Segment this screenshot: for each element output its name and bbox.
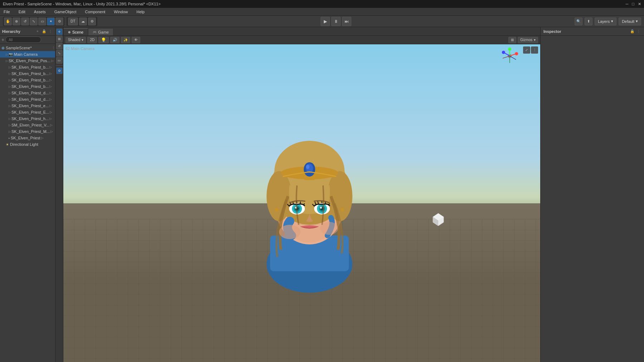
inspector-title: Inspector (543, 29, 561, 34)
hierarchy-panel: Hierarchy + 🔒 ⋮ + ⊕ SampleScene* ⋮ ▷ 📷 M… (0, 27, 55, 362)
hierarchy-add-btn[interactable]: + (35, 29, 40, 34)
scene-tool-5[interactable]: ▭ (56, 57, 63, 64)
vp-menu-btn[interactable]: ⋮ (531, 46, 538, 54)
minimize-btn[interactable]: ─ (626, 2, 629, 6)
scene-gizmo[interactable] (501, 47, 519, 66)
scene-tool-2[interactable]: ⊞ (56, 36, 63, 42)
custom-tool-btn[interactable]: ⚙ (55, 18, 63, 25)
main-layout: Hierarchy + 🔒 ⋮ + ⊕ SampleScene* ⋮ ▷ 📷 M… (0, 27, 644, 362)
hierarchy-item[interactable]: ▷ SK_Elven_Priest_d... ▷ (0, 90, 55, 96)
tab-game[interactable]: 🎮 Game (88, 28, 113, 35)
svg-point-28 (320, 207, 322, 209)
transform-gizmo-btn[interactable]: ✦ (47, 18, 55, 25)
menu-help[interactable]: Help (134, 9, 147, 15)
menu-window[interactable]: Window (112, 9, 130, 15)
svg-point-29 (275, 208, 278, 212)
hierarchy-item[interactable]: ▷ SM_Elven_Priest_V... ▷ (0, 122, 55, 128)
title-bar: Elven Priest - SampleScene - Windows, Ma… (0, 0, 644, 8)
transform-tools: ✋ ⊕ ↺ ⤡ ▭ ✦ ⚙ (3, 17, 64, 26)
hierarchy-search-input[interactable] (5, 36, 41, 43)
main-toolbar: ✋ ⊕ ↺ ⤡ ▭ ✦ ⚙ DT ☁ ⚙ ▶ ⏸ ⏭ 🔍 ⬆ Layers ▾ (0, 16, 644, 27)
default-dropdown[interactable]: Default ▾ (619, 18, 641, 25)
close-btn[interactable]: ✕ (638, 2, 641, 6)
hierarchy-item[interactable]: ▷ SK_Elven_Priest_e... ▷ (0, 103, 55, 109)
render-mode-dropdown[interactable]: Shaded ▾ (65, 37, 86, 43)
2d-toggle-btn[interactable]: 2D (87, 37, 97, 43)
hierarchy-item[interactable]: ▷ SK_Elven_Priest_h... ▷ (0, 115, 55, 122)
scene-tool-4[interactable]: ⤡ (56, 50, 63, 56)
hierarchy-add-icon[interactable]: + (1, 37, 4, 43)
scene-tool-select[interactable]: ✛ (56, 29, 63, 35)
inspector-panel: Inspector 🔒 ⋮ (540, 27, 644, 362)
hierarchy-item[interactable]: ▷ SK_Elven_Priest_b... ▷ (0, 77, 55, 83)
tab-scene[interactable]: ⊕ Scene (63, 28, 88, 35)
svg-point-40 (508, 48, 511, 51)
camera-label: 62 Main Camera (65, 46, 94, 51)
rotate-tool-btn[interactable]: ↺ (21, 18, 29, 25)
hierarchy-header: Hierarchy + 🔒 ⋮ (0, 27, 55, 36)
gizmos-dropdown[interactable]: Gizmos ▾ (518, 37, 538, 43)
cloud-btn[interactable]: ☁ (79, 18, 87, 25)
svg-point-14 (306, 165, 309, 169)
hierarchy-menu-btn[interactable]: ⋮ (48, 29, 53, 34)
inspector-header-icons: 🔒 ⋮ (630, 29, 641, 34)
scene-toolbar: Shaded ▾ 2D 💡 🔊 ✨ 👁 ⊞ Gizmos ▾ (63, 36, 540, 44)
hierarchy-item[interactable]: ⊕ SampleScene* ⋮ (0, 45, 55, 51)
hierarchy-item[interactable]: ▷ SK_Elven_Priest_b... ▷ (0, 83, 55, 90)
hierarchy-lock-btn[interactable]: 🔒 (42, 29, 47, 34)
vp-maximize-btn[interactable]: ⤢ (523, 46, 530, 54)
hierarchy-item[interactable]: ▸ SK_Elven_Priest ▷ (0, 135, 55, 141)
lighting-toggle-btn[interactable]: 💡 (98, 37, 109, 43)
hide-toggle-btn[interactable]: 👁 (132, 37, 140, 43)
tools-separator (55, 65, 63, 66)
menu-assets[interactable]: Assets (32, 9, 48, 15)
hand-tool-btn[interactable]: ✋ (4, 18, 12, 25)
global-search-btn[interactable]: 🔍 (575, 18, 582, 25)
rect-tool-btn[interactable]: ▭ (38, 18, 46, 25)
settings-btn[interactable]: ⚙ (88, 18, 96, 25)
dt-btn[interactable]: DT (68, 18, 78, 25)
scale-tool-btn[interactable]: ⤡ (30, 18, 38, 25)
hierarchy-item[interactable]: ☀ Directional Light (0, 141, 55, 148)
svg-point-31 (279, 225, 301, 239)
hierarchy-tools: + (0, 36, 55, 44)
hierarchy-item[interactable]: ▷ 📷 Main Camera (0, 51, 55, 58)
inspector-content (541, 36, 644, 362)
cloud-collab-btn[interactable]: ⬆ (585, 18, 592, 25)
menu-gameobject[interactable]: GameObject (52, 9, 79, 15)
scene-left-tools: ✛ ⊞ ↺ ⤡ ▭ ⚙ (55, 27, 63, 362)
game-tab-icon: 🎮 (93, 30, 97, 34)
menu-component[interactable]: Component (83, 9, 107, 15)
svg-point-32 (320, 222, 338, 235)
svg-point-30 (341, 208, 344, 212)
scene-options-btn[interactable]: ⋮ (52, 46, 55, 50)
maximize-btn[interactable]: □ (632, 2, 634, 6)
viewport-corner-buttons: ⤢ ⋮ (523, 46, 538, 54)
pause-btn[interactable]: ⏸ (331, 17, 341, 26)
menu-file[interactable]: File (1, 9, 12, 15)
hierarchy-item[interactable]: ▷ SK_Elven_Priest_d... ▷ (0, 96, 55, 103)
character-model (234, 114, 385, 293)
hierarchy-item[interactable]: ▷ SK_Elven_Priest_M... ▷ (0, 128, 55, 135)
scene-object (432, 212, 445, 227)
hierarchy-item[interactable]: ▷ SK_Elven_Priest_b... ▷ (0, 70, 55, 77)
svg-point-38 (515, 52, 518, 55)
inspector-lock-btn[interactable]: 🔒 (630, 29, 635, 34)
hierarchy-item[interactable]: ▷ SK_Elven_Priest_Pos... ▷ (0, 58, 55, 64)
scene-tool-6[interactable]: ⚙ (56, 68, 63, 74)
hierarchy-item[interactable]: ▷ SK_Elven_Priest_E... ▷ (0, 109, 55, 115)
menu-edit[interactable]: Edit (16, 9, 28, 15)
effects-toggle-btn[interactable]: ✨ (121, 37, 130, 43)
grid-toggle-btn[interactable]: ⊞ (508, 37, 516, 43)
inspector-menu-btn[interactable]: ⋮ (636, 29, 641, 34)
window-title: Elven Priest - SampleScene - Windows, Ma… (3, 2, 161, 6)
play-btn[interactable]: ▶ (321, 17, 330, 26)
audio-toggle-btn[interactable]: 🔊 (110, 37, 119, 43)
move-tool-btn[interactable]: ⊕ (13, 18, 20, 25)
viewport[interactable]: Persp 62 Main Camera ⤢ ⋮ (63, 44, 540, 362)
hierarchy-item[interactable]: ▷ SK_Elven_Priest_b... ▷ (0, 64, 55, 70)
layers-dropdown[interactable]: Layers ▾ (595, 18, 616, 25)
scene-tool-3[interactable]: ↺ (56, 43, 63, 49)
step-btn[interactable]: ⏭ (342, 17, 351, 26)
hierarchy-content: ⊕ SampleScene* ⋮ ▷ 📷 Main Camera ▷ SK_El… (0, 44, 55, 362)
